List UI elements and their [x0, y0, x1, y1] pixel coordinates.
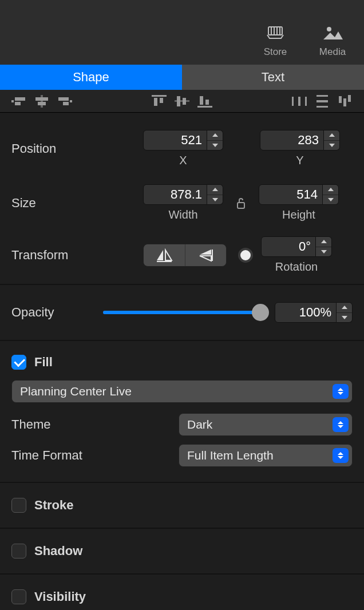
position-y-stepper[interactable]: [324, 130, 340, 150]
align-bottom-icon[interactable]: [196, 94, 213, 109]
size-width-sublabel: Width: [168, 208, 197, 221]
transform-row: Transform 0° Rotation: [11, 221, 353, 284]
dropdown-chevrons-icon: [333, 448, 349, 463]
dropdown-chevrons-icon: [333, 417, 349, 432]
svg-rect-27: [316, 95, 328, 97]
fill-type-value: Planning Center Live: [20, 385, 132, 398]
svg-point-5: [327, 27, 331, 31]
store-label: Store: [264, 46, 287, 58]
svg-rect-9: [41, 95, 43, 108]
visibility-checkbox[interactable]: [11, 589, 26, 604]
position-x-stepper[interactable]: [207, 130, 223, 150]
opacity-input[interactable]: 100%: [275, 302, 337, 323]
size-height-stepper[interactable]: [323, 184, 339, 205]
theme-label: Theme: [11, 417, 179, 432]
size-height-input[interactable]: 514: [259, 184, 323, 205]
svg-rect-14: [63, 102, 69, 105]
svg-marker-35: [165, 250, 172, 260]
time-format-label: Time Format: [11, 448, 179, 463]
svg-marker-37: [200, 249, 211, 255]
align-left-icon[interactable]: [10, 94, 27, 109]
distribute-v-icon[interactable]: [314, 94, 331, 109]
alignment-toolbar: [0, 90, 364, 113]
rotation-sublabel: Rotation: [275, 260, 318, 274]
size-label: Size: [11, 196, 143, 211]
size-width-input[interactable]: 878.1: [143, 184, 207, 205]
align-middle-v-icon[interactable]: [173, 94, 191, 109]
size-row: Size 878.1 Width 514: [11, 167, 353, 221]
position-y-input[interactable]: 283: [260, 130, 324, 150]
store-button[interactable]: Store: [254, 25, 296, 58]
time-format-value: Full Item Length: [187, 449, 274, 462]
tab-shape[interactable]: Shape: [0, 65, 182, 90]
flip-segmented: [143, 244, 227, 267]
svg-rect-29: [316, 106, 328, 108]
rotation-dial[interactable]: [238, 248, 253, 263]
position-label: Position: [11, 141, 143, 156]
visibility-row: Visibility: [11, 575, 353, 610]
stroke-row: Stroke: [11, 483, 353, 528]
shadow-label: Shadow: [34, 544, 82, 558]
svg-marker-38: [200, 256, 211, 261]
distribute-spacing-icon[interactable]: [337, 94, 354, 109]
svg-rect-20: [183, 98, 186, 105]
fill-checkbox[interactable]: [11, 355, 26, 370]
stroke-label: Stroke: [34, 498, 73, 513]
position-row: Position 521 X 283 Y: [11, 113, 353, 167]
svg-rect-33: [238, 203, 244, 208]
media-image-icon: [322, 25, 343, 41]
svg-rect-16: [154, 98, 157, 106]
svg-rect-26: [305, 97, 307, 106]
svg-rect-8: [15, 102, 21, 105]
shopping-cart-icon: [265, 25, 286, 41]
align-right-icon[interactable]: [56, 94, 73, 109]
position-y-sublabel: Y: [296, 154, 303, 167]
svg-rect-10: [35, 97, 48, 101]
media-label: Media: [319, 46, 346, 58]
svg-rect-22: [200, 96, 203, 105]
svg-rect-11: [38, 102, 46, 105]
svg-rect-18: [175, 100, 189, 102]
svg-rect-24: [292, 97, 294, 106]
size-height-sublabel: Height: [282, 208, 315, 221]
opacity-row: Opacity 100%: [11, 285, 353, 340]
flip-vertical-button[interactable]: [185, 244, 226, 266]
shadow-checkbox[interactable]: [11, 544, 26, 558]
svg-rect-28: [316, 100, 328, 102]
align-top-icon[interactable]: [151, 94, 168, 109]
svg-rect-32: [348, 95, 351, 102]
inspector-tabs: Shape Text: [0, 65, 364, 90]
fill-header-row: Fill: [11, 341, 353, 380]
size-lock-toggle[interactable]: [234, 197, 248, 209]
opacity-slider[interactable]: [103, 302, 266, 323]
align-center-h-icon[interactable]: [33, 94, 50, 109]
svg-rect-15: [152, 95, 167, 97]
theme-dropdown[interactable]: Dark: [179, 413, 353, 436]
svg-rect-25: [298, 97, 300, 106]
svg-rect-12: [70, 100, 72, 102]
opacity-label: Opacity: [11, 305, 103, 320]
flip-horizontal-button[interactable]: [144, 244, 185, 266]
svg-marker-34: [157, 250, 163, 260]
rotation-stepper[interactable]: [316, 236, 332, 257]
distribute-h-icon[interactable]: [291, 94, 308, 109]
opacity-stepper[interactable]: [337, 302, 353, 323]
svg-rect-13: [58, 97, 69, 101]
position-x-input[interactable]: 521: [143, 130, 207, 150]
fill-label: Fill: [34, 355, 53, 370]
time-format-dropdown[interactable]: Full Item Length: [179, 444, 353, 467]
svg-rect-30: [339, 96, 342, 103]
fill-type-dropdown[interactable]: Planning Center Live: [11, 380, 353, 403]
visibility-label: Visibility: [34, 589, 86, 604]
size-width-stepper[interactable]: [207, 184, 223, 205]
svg-rect-23: [205, 100, 209, 105]
tab-text[interactable]: Text: [182, 65, 364, 90]
shadow-row: Shadow: [11, 529, 353, 573]
position-x-sublabel: X: [179, 154, 187, 167]
svg-rect-7: [15, 97, 25, 101]
svg-rect-21: [197, 106, 212, 108]
rotation-input[interactable]: 0°: [261, 236, 316, 257]
stroke-checkbox[interactable]: [11, 498, 26, 513]
window-toolbar: Store Media: [0, 0, 364, 65]
media-button[interactable]: Media: [311, 25, 354, 58]
